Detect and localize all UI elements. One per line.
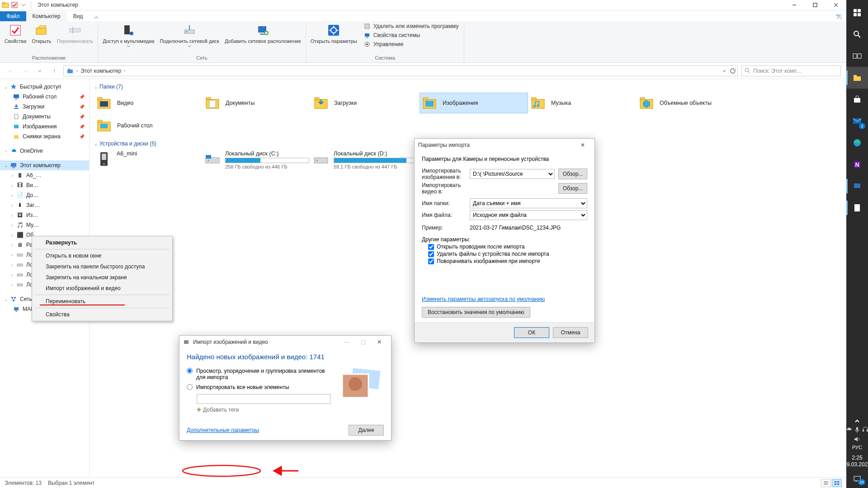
maximize-button[interactable] (805, 0, 826, 10)
folder-documents[interactable]: Документы (203, 93, 311, 113)
folder-pictures[interactable]: Изображения (420, 93, 528, 113)
ribbon-media-access[interactable]: Доступ к мультимедиа (101, 22, 156, 49)
folder-desktop[interactable]: Рабочий стол (94, 115, 203, 136)
tab-computer[interactable]: Компьютер (26, 11, 67, 21)
taskbar-explorer[interactable] (846, 67, 868, 89)
ribbon-uninstall[interactable]: Удалить или изменить программу (363, 22, 460, 30)
tree-pictures[interactable]: Изображения📌 (0, 122, 89, 131)
dialog-close-button[interactable]: ✕ (371, 337, 387, 347)
view-details-icon[interactable] (821, 479, 831, 487)
tree-onedrive[interactable]: ›OneDrive (0, 146, 89, 156)
import-next-button[interactable]: Далее (349, 425, 384, 436)
ribbon-add-netloc[interactable]: Добавить сетевое расположение (223, 22, 303, 45)
search-input[interactable]: Поиск: Этот комп… (741, 66, 841, 76)
tree-music[interactable]: ›🎵Му… (0, 220, 89, 230)
taskbar-action-center[interactable]: 28 (846, 470, 868, 488)
taskbar-taskview[interactable] (846, 45, 868, 67)
start-button[interactable] (846, 2, 868, 23)
params-imgto-select[interactable]: D:\( \Pictures\Source (470, 169, 555, 179)
import-more-options-link[interactable]: Дополнительные параметры (187, 427, 259, 433)
params-browse-vid[interactable]: Обзор... (558, 183, 587, 194)
ribbon-manage[interactable]: Управление (363, 40, 460, 48)
params-ok-button[interactable]: ОК (514, 327, 549, 338)
tree-quick-access[interactable]: ⌄Быстрый доступ (0, 82, 89, 92)
tray-headset-icon[interactable] (862, 427, 868, 433)
group-folders[interactable]: ⌄Папки (7) (94, 84, 842, 90)
ribbon-properties[interactable]: Свойства (3, 22, 28, 45)
taskbar-lang[interactable]: РУС (852, 443, 862, 453)
params-chk-delete[interactable]: Удалить файлы с устройства после импорта (428, 251, 587, 257)
params-folder-select[interactable]: Дата съемки + имя (470, 198, 587, 208)
ctx-open-new-window[interactable]: Открыть в новом окне (33, 250, 171, 261)
address-dropdown-icon[interactable] (722, 69, 726, 73)
taskbar-edge[interactable] (846, 132, 868, 154)
tree-desktop[interactable]: Рабочий стол📌 (0, 92, 89, 102)
ctx-pin-quickaccess[interactable]: Закрепить на панели быстрого доступа (33, 261, 171, 272)
ctx-rename[interactable]: Переименовать (33, 296, 171, 307)
params-file-select[interactable]: Исходное имя файла (470, 210, 587, 220)
help-icon[interactable]: ?⃝ (831, 12, 846, 21)
drive-a6mini[interactable]: A6_mini (94, 150, 203, 170)
tray-mic-icon[interactable] (855, 427, 859, 433)
tree-dl[interactable]: ›⬇Заг… (0, 200, 89, 210)
tray-volume-icon[interactable] (854, 436, 860, 442)
import-add-tags[interactable]: ✚Добавить теги (197, 407, 333, 413)
minimize-button[interactable] (784, 0, 805, 10)
ribbon-sysprops[interactable]: Свойства системы (363, 31, 460, 39)
qat-dropdown-icon[interactable] (20, 1, 27, 9)
taskbar-mail[interactable]: 2 (846, 110, 868, 132)
tray-expand-icon[interactable] (846, 416, 868, 427)
ctx-properties[interactable]: Свойства (33, 309, 171, 320)
folder-downloads[interactable]: Загрузки (311, 93, 420, 113)
address-bar[interactable]: › Этот компьютер › (63, 66, 738, 76)
ribbon-map-drive[interactable]: Подключить сетевой диск (158, 22, 221, 49)
folder-3dobjects[interactable]: Объемные объекты (637, 93, 745, 113)
ribbon-open-settings[interactable]: Открыть параметры (309, 22, 359, 45)
tab-view[interactable]: Вид (67, 11, 90, 21)
taskbar-clock[interactable]: 2:2529.03.2021 (844, 453, 868, 470)
ctx-pin-start[interactable]: Закрепить на начальном экране (33, 272, 171, 283)
taskbar-app2[interactable] (846, 197, 868, 219)
view-tiles-icon[interactable] (832, 479, 842, 487)
folder-music[interactable]: Музыка (528, 93, 637, 113)
tree-videos[interactable]: ›🎞Ви… (0, 180, 89, 190)
params-chk-rotate[interactable]: Поворачивать изображения при импорте (428, 258, 587, 264)
import-tags-input[interactable] (197, 394, 330, 404)
nav-up[interactable]: ↑ (49, 66, 60, 76)
tree-screenshots[interactable]: Снимки экрана📌 (0, 131, 89, 141)
tree-documents[interactable]: Документы📌 (0, 112, 89, 122)
folder-video[interactable]: Видео (94, 93, 203, 113)
nav-back[interactable]: ← (5, 66, 16, 76)
ctx-import[interactable]: Импорт изображений и видео (33, 283, 171, 294)
drive-c[interactable]: Локальный диск (C:)258 ГБ свободно из 44… (203, 150, 311, 170)
import-option-review[interactable]: Просмотр, упорядочение и группировка эле… (187, 368, 333, 380)
import-option-all[interactable]: Импортировать все новые элементы (187, 384, 333, 390)
ribbon-open[interactable]: Открыть (30, 22, 53, 45)
params-chk-openexplorer[interactable]: Открыть проводник после импорта (428, 244, 587, 250)
taskbar-store[interactable] (846, 89, 868, 110)
nav-recent[interactable] (34, 66, 45, 76)
tree-docs[interactable]: ›📄До… (0, 190, 89, 200)
tray-onedrive-icon[interactable] (846, 427, 852, 433)
qat-props-icon[interactable] (11, 1, 18, 9)
taskbar-onenote[interactable]: N (846, 154, 868, 175)
params-autorun-link[interactable]: Изменить параметры автозапуска по умолча… (422, 296, 545, 302)
params-close-button[interactable]: ✕ (575, 140, 591, 150)
close-button[interactable] (826, 0, 846, 10)
drive-d[interactable]: Локальный диск (D:)59,1 ГБ свободно из 4… (311, 150, 420, 170)
params-cancel-button[interactable]: Отмена (553, 327, 588, 338)
ribbon-collapse-icon[interactable] (89, 14, 104, 21)
ctx-expand[interactable]: Развернуть (33, 237, 171, 248)
tab-file[interactable]: Файл (0, 11, 26, 21)
breadcrumb-thispc[interactable]: Этот компьютер (80, 68, 122, 74)
tree-this-pc[interactable]: ⌄Этот компьютер (0, 160, 89, 170)
tree-a6[interactable]: ›A6_… (0, 170, 89, 180)
refresh-icon[interactable] (729, 68, 736, 74)
taskbar-search[interactable] (846, 23, 868, 45)
taskbar-app1[interactable] (846, 175, 868, 197)
tree-downloads[interactable]: Загрузки📌 (0, 102, 89, 112)
params-browse-img[interactable]: Обзор... (558, 169, 587, 179)
params-restore-defaults[interactable]: Восстановить значения по умолчанию (422, 307, 530, 318)
nav-forward[interactable]: → (20, 66, 31, 76)
tree-img[interactable]: ›🖼Из… (0, 210, 89, 220)
